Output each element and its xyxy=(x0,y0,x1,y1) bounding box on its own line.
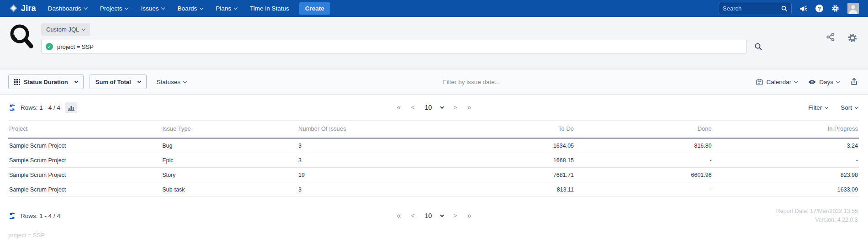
navbar-search-input[interactable] xyxy=(723,5,781,12)
search-icon xyxy=(781,5,788,12)
next-page-button[interactable]: > xyxy=(453,104,457,111)
last-page-button[interactable]: » xyxy=(467,103,471,112)
rows-group: Rows: 1 - 4 / 4 xyxy=(8,102,77,113)
chevron-down-icon xyxy=(440,105,444,109)
chevron-down-icon xyxy=(855,105,858,108)
unit-dropdown[interactable]: Days xyxy=(808,79,839,85)
metric-dropdown[interactable]: Sum of Total xyxy=(90,74,147,89)
col-to-do[interactable]: To Do xyxy=(457,121,575,138)
nav-plans[interactable]: Plans xyxy=(216,5,237,12)
navbar-right: ? xyxy=(719,3,859,14)
jql-input[interactable] xyxy=(57,43,742,50)
query-header-actions xyxy=(826,23,858,69)
jira-logo[interactable]: Jira xyxy=(9,4,36,13)
gear-icon[interactable] xyxy=(831,4,840,13)
create-button[interactable]: Create xyxy=(299,2,330,15)
chevron-down-icon xyxy=(836,79,840,83)
last-page-button[interactable]: » xyxy=(467,212,471,220)
col-issue-type[interactable]: Issue Type xyxy=(161,121,297,138)
page-size-dropdown[interactable]: 10 xyxy=(425,212,444,219)
col-project[interactable]: Project xyxy=(8,121,161,138)
prev-page-button[interactable]: < xyxy=(411,104,415,111)
chevron-down-icon xyxy=(234,6,238,10)
chevron-down-icon xyxy=(74,80,78,83)
rows-group-bottom: Rows: 1 - 4 / 4 xyxy=(8,212,60,220)
pagination-top: « < 10 > » xyxy=(397,103,471,112)
refresh-icon[interactable] xyxy=(8,104,16,112)
col-in-progress[interactable]: In Progress xyxy=(713,121,859,138)
nav-projects[interactable]: Projects xyxy=(100,5,128,12)
col-number-of-issues[interactable]: Number Of Issues xyxy=(297,121,457,138)
first-page-button[interactable]: « xyxy=(397,103,401,112)
brand-text: Jira xyxy=(21,4,36,13)
query-main: Custom JQL ✓ xyxy=(41,23,817,69)
export-icon[interactable] xyxy=(850,78,858,86)
jql-search-button[interactable] xyxy=(754,43,762,51)
rows-count-label: Rows: 1 - 4 / 4 xyxy=(21,213,60,219)
share-icon[interactable] xyxy=(826,32,835,42)
main-nav: Dashboards Projects Issues Boards Plans … xyxy=(48,5,289,12)
chevron-down-icon xyxy=(125,6,128,10)
chevron-down-icon xyxy=(794,79,798,83)
table-row[interactable]: Sample Scrum Project Story 19 7681.71 66… xyxy=(8,168,859,182)
jira-mark-icon xyxy=(9,4,18,13)
table-row[interactable]: Sample Scrum Project Bug 3 1634.05 816.8… xyxy=(8,138,859,153)
chevron-down-icon xyxy=(82,27,85,31)
rows-count-label: Rows: 1 - 4 / 4 xyxy=(21,104,60,111)
plugin-version: Version: 4.22.0.3 xyxy=(776,216,858,224)
nav-time-in-status[interactable]: Time in Status xyxy=(250,5,289,12)
results-bar: Rows: 1 - 4 / 4 « < 10 > » Filter Sort xyxy=(0,95,868,120)
jql-echo-label: project = SSP xyxy=(0,228,868,239)
report-date: Report Date: 17/Mar/2022 13:55 xyxy=(776,207,858,216)
status-duration-table: Project Issue Type Number Of Issues To D… xyxy=(8,120,859,197)
calendar-dropdown[interactable]: Calendar xyxy=(756,79,797,85)
sort-dropdown[interactable]: Sort xyxy=(841,104,858,111)
query-header: Custom JQL ✓ xyxy=(0,17,868,69)
statuses-dropdown[interactable]: Statuses xyxy=(157,79,187,85)
navbar-search[interactable] xyxy=(719,3,792,14)
top-navbar: Jira Dashboards Projects Issues Boards P… xyxy=(0,0,868,17)
view-type-dropdown[interactable]: Status Duration xyxy=(8,74,84,89)
announcements-icon[interactable] xyxy=(799,5,808,13)
jql-row: ✓ xyxy=(41,40,817,53)
chevron-down-icon xyxy=(137,80,141,83)
table-header-row: Project Issue Type Number Of Issues To D… xyxy=(8,121,859,138)
next-page-button[interactable]: > xyxy=(453,212,457,219)
refresh-icon[interactable] xyxy=(8,212,16,220)
filter-sort-group: Filter Sort xyxy=(808,104,858,111)
help-icon[interactable]: ? xyxy=(815,5,823,12)
pagination-bottom: « < 10 > » xyxy=(397,212,471,220)
nav-boards[interactable]: Boards xyxy=(177,5,203,12)
page-size-dropdown[interactable]: 10 xyxy=(425,104,444,111)
nav-dashboards[interactable]: Dashboards xyxy=(48,5,87,12)
grid-icon xyxy=(14,79,20,85)
app-magnifier-logo-icon xyxy=(8,23,34,69)
chevron-down-icon xyxy=(440,213,444,217)
table-row[interactable]: Sample Scrum Project Sub-task 3 813.11 -… xyxy=(8,182,859,197)
chevron-down-icon xyxy=(161,6,165,10)
footer-bar: Rows: 1 - 4 / 4 « < 10 > » Report Date: … xyxy=(0,203,868,228)
jql-valid-check-icon: ✓ xyxy=(46,43,53,50)
prev-page-button[interactable]: < xyxy=(411,212,415,219)
nav-issues[interactable]: Issues xyxy=(141,5,164,12)
toolbar-right: Calendar Days xyxy=(756,78,858,86)
chevron-down-icon xyxy=(84,6,87,10)
report-settings-gear-icon[interactable] xyxy=(847,32,858,43)
table-row[interactable]: Sample Scrum Project Epic 3 1668.15 - - xyxy=(8,153,859,168)
issue-date-filter[interactable]: Filter by issue date... xyxy=(186,79,756,85)
query-mode-dropdown[interactable]: Custom JQL xyxy=(41,23,90,36)
report-meta: Report Date: 17/Mar/2022 13:55 Version: … xyxy=(776,207,858,224)
chart-view-button[interactable] xyxy=(65,102,77,113)
user-avatar[interactable] xyxy=(847,3,859,14)
chevron-down-icon xyxy=(200,6,203,10)
report-toolbar: Status Duration Sum of Total Statuses Fi… xyxy=(0,69,868,95)
jql-input-container: ✓ xyxy=(41,40,747,53)
first-page-button[interactable]: « xyxy=(397,212,401,220)
filter-dropdown[interactable]: Filter xyxy=(808,104,828,111)
chevron-down-icon xyxy=(825,105,828,108)
col-done[interactable]: Done xyxy=(575,121,713,138)
